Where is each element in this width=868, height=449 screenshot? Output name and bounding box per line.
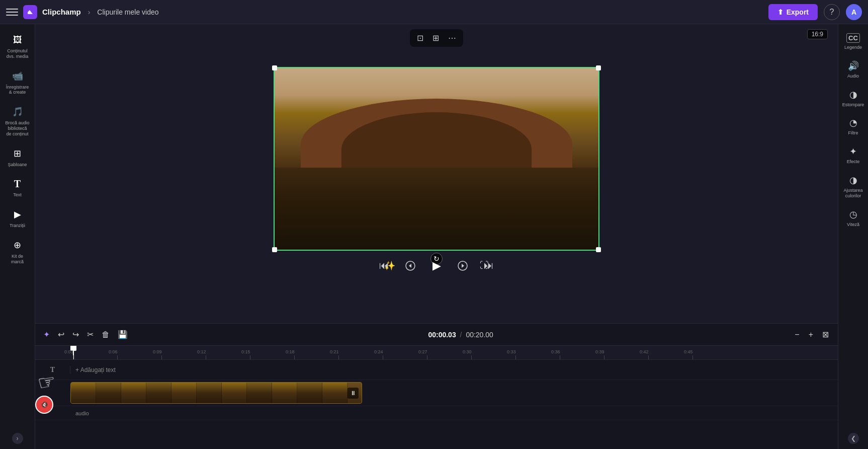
magic-button[interactable]: ✨: [384, 260, 395, 271]
ruler-marker-8: 0:27: [427, 355, 427, 359]
timeline-toolbar: ✦ ↩ ↪ ✂ 🗑 💾 00:00.03 / 00:20.00 − + ⊠: [35, 324, 838, 346]
video-preview-container: ↻: [274, 67, 599, 251]
topbar: Clipchamp › Clipurile mele video ⬆ Expor…: [0, 0, 868, 24]
efecte-label: Efecte: [847, 159, 860, 165]
more-options-button[interactable]: ⋯: [445, 31, 459, 45]
vegetation-visual: [275, 168, 598, 249]
ruler-marker-2: 0:09: [161, 355, 162, 359]
help-label: ?: [830, 8, 834, 17]
captions-label: Legende: [844, 45, 862, 50]
ruler-marker-0: 0:03: [73, 355, 73, 359]
text-track-label: T: [35, 366, 70, 374]
right-panel-viteza[interactable]: ◷ Viteză: [840, 205, 867, 232]
app-name[interactable]: Clipchamp: [42, 8, 81, 16]
fullscreen-button[interactable]: ⛶: [480, 260, 489, 271]
preview-area: ⊡ ⊞ ⋯ 16:9 ↻ ✨ ⏮: [35, 24, 838, 323]
crop-button[interactable]: ⊡: [414, 31, 426, 45]
handle-bottom-right[interactable]: [596, 247, 601, 252]
audio-label: Audio: [847, 73, 859, 79]
video-track-content: ⏸: [70, 380, 838, 406]
clip-thumb-11: [322, 383, 348, 403]
forward-button[interactable]: [454, 257, 472, 275]
right-panel-efecte[interactable]: ✦ Efecte: [840, 142, 867, 169]
sidebar-item-label-brand: Kit de marcă: [5, 254, 30, 265]
clip-thumb-9: [272, 383, 297, 403]
zoom-in-button[interactable]: +: [806, 329, 816, 340]
timeline-tracks: T + Adăugați text 🔇: [35, 360, 838, 449]
templates-icon: ⊞: [11, 147, 24, 160]
handle-top-right[interactable]: [596, 65, 601, 70]
handle-top-left[interactable]: [272, 65, 277, 70]
layout-button[interactable]: ⊞: [429, 31, 442, 45]
sidebar-item-label-text: Text: [13, 192, 22, 198]
sidebar-item-media[interactable]: 🖼 Conținutul dvs. media: [2, 29, 33, 63]
zoom-fit-button[interactable]: ⊠: [819, 329, 832, 340]
ruler-marker-1: 0:06: [117, 355, 118, 359]
culori-icon: ◑: [849, 175, 857, 186]
right-sidebar: CC Legende 🔊 Audio ◑ Estompare ◔ Filtre …: [838, 24, 868, 449]
filtre-label: Filtre: [848, 130, 858, 136]
right-panel-captions[interactable]: CC Legende: [840, 29, 867, 54]
avatar-label: A: [851, 8, 856, 16]
rewind-button[interactable]: [401, 257, 419, 275]
handle-bottom-left[interactable]: [272, 247, 277, 252]
aspect-ratio-badge: 16:9: [807, 29, 828, 39]
add-to-timeline-button[interactable]: ✦: [41, 328, 52, 341]
sidebar-item-transitions[interactable]: ▶ Tranziții: [2, 204, 33, 233]
clip-thumb-1: [71, 383, 96, 403]
delete-button[interactable]: 🗑: [100, 328, 112, 341]
clip-thumb-4: [146, 383, 171, 403]
mute-button[interactable]: 🔇: [35, 396, 53, 414]
zoom-controls: − + ⊠: [792, 329, 832, 340]
video-track-row: 🔇: [35, 380, 838, 406]
play-button[interactable]: ▶: [427, 257, 446, 275]
clip-thumb-8: [247, 383, 272, 403]
redo-button[interactable]: ↪: [70, 328, 81, 341]
sidebar-item-audio-library[interactable]: 🎵 Brocă audio bibliotecă de conținut: [2, 101, 33, 140]
audio-track-row: audio: [35, 406, 838, 420]
breadcrumb-separator: ›: [88, 8, 91, 16]
clip-thumb-3: [121, 383, 146, 403]
viteza-icon: ◷: [849, 209, 857, 220]
clip-thumb-7: [222, 383, 247, 403]
clip-pause-button[interactable]: ⏸: [348, 388, 359, 399]
sidebar-item-label-audio: Brocă audio bibliotecă de conținut: [5, 120, 30, 136]
sidebar-expand-button[interactable]: ›: [12, 433, 23, 444]
undo-button[interactable]: ↩: [56, 328, 66, 341]
audio-icon: 🔊: [848, 60, 859, 71]
ruler-marker-4: 0:15: [250, 355, 250, 359]
sidebar-item-text[interactable]: T Text: [2, 173, 33, 202]
sidebar-item-brand[interactable]: ⊕ Kit de marcă: [2, 235, 33, 269]
add-text-label: + Adăugați text: [75, 366, 116, 373]
center-area: ⊡ ⊞ ⋯ 16:9 ↻ ✨ ⏮: [35, 24, 838, 449]
ruler-marker-14: 0:45: [692, 355, 693, 359]
ruler-marker-7: 0:24: [383, 355, 383, 359]
right-panel-culori[interactable]: ◑ Ajustarea culorilor: [840, 171, 867, 203]
avatar-button[interactable]: A: [846, 4, 862, 20]
export-button[interactable]: ⬆ Export: [768, 4, 818, 20]
cut-button[interactable]: ✂: [85, 328, 96, 341]
viteza-label: Viteză: [847, 222, 859, 228]
video-clip[interactable]: ⏸: [70, 382, 362, 404]
topbar-left: Clipchamp › Clipurile mele video: [6, 5, 159, 19]
mute-icon: 🔇: [41, 401, 48, 408]
time-separator: /: [460, 331, 462, 339]
right-panel-audio[interactable]: 🔊 Audio: [840, 56, 867, 83]
sidebar-item-label-templates: Șabloane: [8, 162, 27, 168]
help-button[interactable]: ?: [824, 4, 840, 20]
estompare-icon: ◑: [849, 89, 857, 100]
topbar-right: ⬆ Export ? A: [768, 4, 862, 20]
right-sidebar-collapse-button[interactable]: ❮: [848, 433, 859, 444]
sidebar-item-templates[interactable]: ⊞ Șabloane: [2, 143, 33, 172]
save-button[interactable]: 💾: [116, 328, 130, 341]
ruler-marker-13: 0:42: [648, 355, 649, 359]
breadcrumb-current[interactable]: Clipurile mele video: [97, 8, 158, 16]
total-time: 00:20.00: [466, 331, 493, 339]
right-panel-filtre[interactable]: ◔ Filtre: [840, 113, 867, 140]
right-panel-estompare[interactable]: ◑ Estompare: [840, 85, 867, 112]
sidebar-item-label-media: Conținutul dvs. media: [5, 48, 30, 59]
add-text-button[interactable]: + Adăugați text: [70, 360, 838, 380]
sidebar-item-record[interactable]: 📹 Înregistrare & create: [2, 65, 33, 100]
hamburger-menu-icon[interactable]: [6, 6, 18, 18]
zoom-out-button[interactable]: −: [792, 329, 802, 340]
